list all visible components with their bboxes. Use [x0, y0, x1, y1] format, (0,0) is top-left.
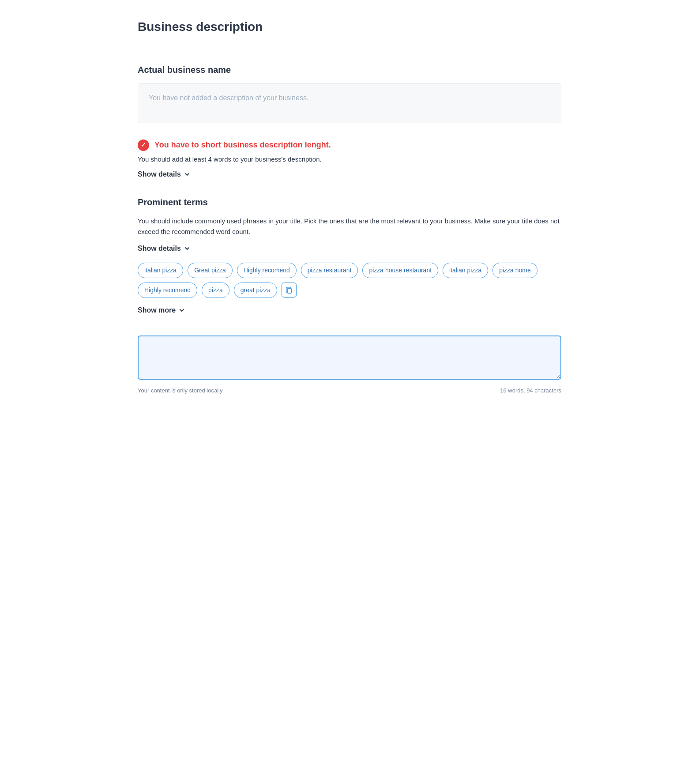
alert-show-details-button[interactable]: Show details	[138, 170, 191, 178]
show-more-button[interactable]: Show more	[138, 306, 185, 314]
alert-section: You have to short business description l…	[138, 139, 561, 180]
prominent-terms-title: Prominent terms	[138, 196, 561, 209]
list-item[interactable]: pizza house restaurant	[362, 263, 438, 278]
list-item[interactable]: italian pizza	[443, 263, 488, 278]
list-item[interactable]: Great pizza	[188, 263, 233, 278]
alert-body: You should add at least 4 words to your …	[138, 155, 561, 165]
content-textarea[interactable]	[138, 335, 561, 380]
business-description-placeholder: You have not added a description of your…	[149, 94, 308, 102]
prominent-terms-chevron-down-icon	[184, 245, 191, 252]
page-container: Business description Actual business nam…	[120, 0, 579, 421]
prominent-terms-body: You should include commonly used phrases…	[138, 216, 561, 237]
footer-right-text: 16 words, 94 characters	[500, 386, 561, 395]
alert-icon	[138, 139, 149, 151]
textarea-footer: Your content is only stored locally 16 w…	[138, 386, 561, 395]
list-item[interactable]: pizza	[202, 283, 229, 298]
copy-icon	[285, 286, 293, 294]
textarea-section: Your content is only stored locally 16 w…	[138, 335, 561, 395]
show-more-chevron-down-icon	[178, 307, 185, 314]
alert-title: You have to short business description l…	[154, 139, 331, 151]
footer-left-text: Your content is only stored locally	[138, 386, 222, 395]
list-item[interactable]: pizza home	[492, 263, 537, 278]
list-item[interactable]: Highly recomend	[138, 283, 197, 298]
svg-rect-0	[288, 288, 292, 293]
show-more-label: Show more	[138, 306, 176, 314]
prominent-terms-section: Prominent terms You should include commo…	[138, 196, 561, 323]
alert-header: You have to short business description l…	[138, 139, 561, 151]
business-description-box: You have not added a description of your…	[138, 83, 561, 123]
tags-container: italian pizzaGreat pizzaHighly recomendp…	[138, 263, 561, 298]
prominent-terms-show-details-label: Show details	[138, 245, 181, 253]
copy-button[interactable]	[282, 283, 297, 298]
list-item[interactable]: italian pizza	[138, 263, 183, 278]
business-name-section: Actual business name You have not added …	[138, 63, 561, 123]
business-name-title: Actual business name	[138, 63, 561, 76]
prominent-terms-show-details-button[interactable]: Show details	[138, 245, 191, 253]
alert-chevron-down-icon	[184, 171, 191, 178]
alert-show-details-label: Show details	[138, 170, 181, 178]
page-title: Business description	[138, 18, 561, 36]
section-divider	[138, 47, 561, 47]
list-item[interactable]: pizza restaurant	[301, 263, 358, 278]
list-item[interactable]: great pizza	[234, 283, 277, 298]
list-item[interactable]: Highly recomend	[237, 263, 297, 278]
